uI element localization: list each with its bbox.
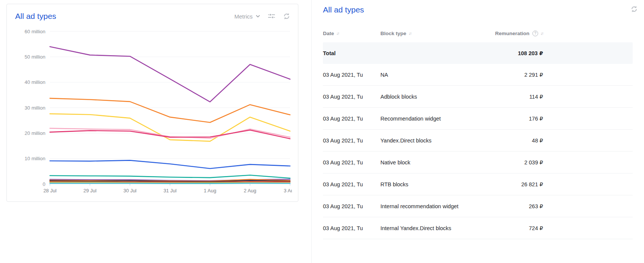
- chart-line-cyan-line: [50, 183, 290, 184]
- chart-line-blue-line: [50, 160, 290, 169]
- row-date: 03 Aug 2021, Tu: [323, 181, 380, 187]
- row-date: 03 Aug 2021, Tu: [323, 138, 380, 144]
- row-remuneration: 26 821 ₽: [486, 181, 543, 187]
- y-tick-label: 50 million: [25, 54, 45, 60]
- table-row: 03 Aug 2021, Tu Internal Yandex.Direct b…: [323, 217, 633, 239]
- row-block-type: NA: [380, 72, 486, 78]
- row-remuneration: 2 291 ₽: [486, 72, 543, 78]
- table-row: 03 Aug 2021, Tu Adblock blocks 114 ₽: [323, 86, 633, 108]
- chart-title: All ad types: [15, 11, 56, 22]
- table-row: 03 Aug 2021, Tu Yandex.Direct blocks 48 …: [323, 130, 633, 152]
- row-remuneration: 263 ₽: [486, 203, 543, 209]
- column-header-block-type[interactable]: Block type ↓↑: [380, 31, 486, 36]
- x-tick-label: 29 Jul: [83, 188, 96, 193]
- x-tick-label: 31 Jul: [163, 188, 177, 193]
- row-date: 03 Aug 2021, Tu: [323, 203, 380, 209]
- row-remuneration: 2 039 ₽: [486, 159, 543, 166]
- x-tick-label: 1 Aug: [204, 188, 216, 193]
- table-total-row: Total 108 203 ₽: [323, 42, 633, 64]
- row-remuneration: 176 ₽: [486, 116, 543, 122]
- total-label: Total: [323, 50, 380, 56]
- table-row: 03 Aug 2021, Tu Internal recommendation …: [323, 195, 633, 217]
- row-date: 03 Aug 2021, Tu: [323, 94, 380, 100]
- metrics-dropdown[interactable]: Metrics: [234, 13, 260, 20]
- refresh-icon[interactable]: [630, 5, 638, 13]
- x-tick-label: 2 Aug: [244, 188, 256, 193]
- y-tick-label: 40 million: [25, 79, 45, 85]
- y-tick-label: 0: [43, 181, 45, 187]
- chevron-down-icon: [256, 14, 260, 19]
- x-tick-label: 3 Aug: [284, 188, 292, 193]
- x-tick-label: 30 Jul: [123, 188, 137, 193]
- table-header-row: Date ↓↑ Block type ↓↑ Remuneration ? ↓↑: [323, 24, 633, 42]
- y-tick-label: 30 million: [25, 105, 45, 111]
- row-block-type: Native block: [380, 159, 486, 166]
- row-remuneration: 114 ₽: [486, 94, 543, 100]
- chart-line-purple-line: [50, 46, 290, 102]
- table-card: All ad types Date ↓↑ Block type ↓↑ Remun…: [311, 0, 644, 263]
- table-card-header: All ad types: [323, 5, 633, 15]
- column-header-remuneration[interactable]: Remuneration ? ↓↑: [486, 31, 543, 36]
- y-tick-label: 10 million: [25, 156, 45, 161]
- metrics-label: Metrics: [234, 13, 253, 20]
- table-body: Total 108 203 ₽ 03 Aug 2021, Tu NA 2 291…: [323, 42, 633, 239]
- chart-card: All ad types Metrics: [6, 4, 298, 202]
- sort-icon[interactable]: ↓↑: [540, 31, 543, 36]
- table-row: 03 Aug 2021, Tu Recommendation widget 17…: [323, 108, 633, 130]
- row-block-type: Recommendation widget: [380, 116, 486, 122]
- y-tick-label: 20 million: [25, 130, 45, 136]
- table-row: 03 Aug 2021, Tu Native block 2 039 ₽: [323, 152, 633, 173]
- row-remuneration: 48 ₽: [486, 138, 543, 144]
- row-block-type: RTB blocks: [380, 181, 486, 187]
- chart-line-teal-line: [50, 175, 290, 178]
- row-block-type: Internal Yandex.Direct blocks: [380, 225, 486, 231]
- chart-controls: Metrics: [234, 12, 290, 20]
- row-date: 03 Aug 2021, Tu: [323, 159, 380, 166]
- table-title: All ad types: [323, 5, 364, 15]
- y-tick-label: 60 million: [25, 29, 45, 34]
- column-header-date[interactable]: Date ↓↑: [323, 31, 380, 36]
- row-block-type: Adblock blocks: [380, 94, 486, 100]
- row-date: 03 Aug 2021, Tu: [323, 72, 380, 78]
- table-row: 03 Aug 2021, Tu RTB blocks 26 821 ₽: [323, 173, 633, 195]
- line-chart-svg: 60 million50 million40 million30 million…: [12, 22, 292, 200]
- total-value: 108 203 ₽: [486, 50, 543, 56]
- chart-line-crimson-line: [50, 130, 290, 139]
- refresh-icon[interactable]: [283, 12, 290, 20]
- row-date: 03 Aug 2021, Tu: [323, 116, 380, 122]
- row-remuneration: 724 ₽: [486, 225, 543, 231]
- sliders-icon[interactable]: [268, 12, 275, 20]
- help-icon[interactable]: ?: [532, 31, 538, 36]
- chart-card-header: All ad types Metrics: [12, 8, 293, 22]
- sort-icon[interactable]: ↓↑: [336, 31, 339, 36]
- row-date: 03 Aug 2021, Tu: [323, 225, 380, 231]
- table-row: 03 Aug 2021, Tu NA 2 291 ₽: [323, 64, 633, 86]
- x-tick-label: 28 Jul: [43, 188, 57, 193]
- row-block-type: Internal recommendation widget: [380, 203, 486, 209]
- row-block-type: Yandex.Direct blocks: [380, 138, 486, 144]
- sort-icon[interactable]: ↓↑: [408, 31, 411, 36]
